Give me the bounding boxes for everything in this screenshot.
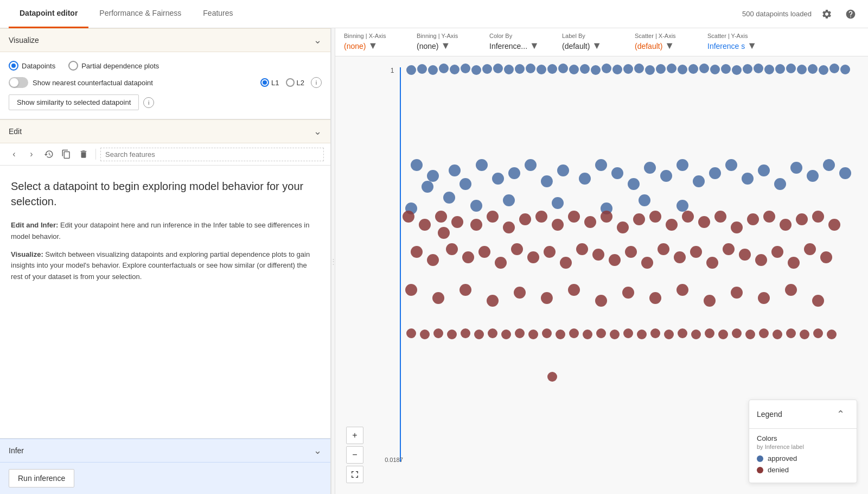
binning-y-control[interactable]: Binning | Y-Axis (none) ▼ [417,33,476,52]
infer-section-header[interactable]: Infer ⌄ [0,439,330,463]
svg-point-68 [774,178,786,190]
svg-point-63 [693,175,705,187]
l-info-icon[interactable]: i [311,77,322,88]
back-icon[interactable]: ‹ [7,147,22,162]
forward-icon[interactable]: › [24,147,39,162]
svg-point-54 [541,175,553,187]
svg-point-3 [406,65,416,75]
visualize-section-header[interactable]: Visualize ⌄ [0,28,330,52]
tab-features[interactable]: Features [192,0,244,28]
resize-handle[interactable]: ⋮ [331,28,335,494]
main-content: Visualize ⌄ Datapoints Partial dependenc… [0,28,868,494]
svg-point-10 [482,64,492,74]
zoom-out-button[interactable]: − [346,446,363,464]
history-icon[interactable] [41,147,56,162]
copy-icon[interactable] [59,147,74,162]
svg-point-136 [432,292,444,304]
svg-point-138 [487,295,499,307]
color-by-control[interactable]: Color By Inference... ▼ [489,33,549,52]
svg-point-95 [617,221,629,233]
legend-panel: Legend ⌃ Colors by Inference label appro… [749,400,857,483]
similarity-info-icon[interactable]: i [143,97,154,108]
svg-point-34 [743,64,752,74]
svg-text:0.0187: 0.0187 [385,457,403,463]
svg-point-39 [797,65,807,74]
svg-point-179 [786,328,796,338]
partial-dependence-radio[interactable]: Partial dependence plots [68,61,159,71]
datapoints-radio[interactable]: Datapoints [9,61,55,71]
svg-point-108 [828,219,840,231]
svg-point-41 [819,65,828,75]
svg-point-75 [470,200,482,212]
settings-icon[interactable] [818,5,835,23]
svg-point-37 [775,64,785,74]
svg-point-162 [556,330,565,339]
scatter-y-value[interactable]: Inference s ▼ [707,40,767,52]
label-by-arrow-icon: ▼ [592,40,602,52]
search-features-input[interactable] [100,148,324,161]
svg-point-6 [439,64,449,73]
edit-infer-title: Edit and Infer: [11,221,58,229]
delete-icon[interactable] [76,147,91,162]
svg-point-176 [745,330,755,339]
similarity-row: Show similarity to selected datapoint i [9,94,322,110]
svg-point-166 [610,330,620,339]
edit-section: Edit ⌄ ‹ › Select a datapoint to be [0,119,330,296]
counterfactual-toggle[interactable] [9,77,28,88]
datapoints-radio-label: Datapoints [22,62,55,70]
color-by-value[interactable]: Inference... ▼ [489,40,549,52]
l1-radio[interactable]: L1 [260,78,279,87]
svg-point-79 [639,194,650,206]
svg-point-45 [411,159,423,171]
scatter-x-control[interactable]: Scatter | X-Axis (default) ▼ [635,33,694,52]
svg-point-172 [691,330,701,339]
svg-point-142 [595,295,607,307]
similarity-button[interactable]: Show similarity to selected datapoint [9,94,139,110]
svg-point-146 [704,295,716,307]
svg-point-25 [645,65,655,75]
visualize-title: Visualize [9,36,39,45]
binning-x-control[interactable]: Binning | X-Axis (none) ▼ [344,33,404,52]
fit-screen-button[interactable] [346,466,363,483]
scatter-y-control[interactable]: Scatter | Y-Axis Inference s ▼ [707,33,767,52]
svg-point-43 [840,65,850,74]
svg-point-71 [823,159,835,171]
binning-y-value[interactable]: (none) ▼ [417,40,476,52]
help-icon[interactable] [842,5,859,23]
legend-denied-dot [757,467,763,473]
svg-point-168 [637,330,647,339]
legend-collapse-icon[interactable]: ⌃ [832,406,849,423]
svg-point-155 [461,328,470,338]
svg-point-147 [731,287,743,299]
zoom-in-button[interactable]: + [346,427,363,444]
svg-point-91 [552,219,564,231]
l2-radio[interactable]: L2 [286,78,304,87]
binning-x-value[interactable]: (none) ▼ [344,40,404,52]
svg-point-105 [780,219,792,231]
svg-point-27 [667,64,676,73]
legend-item-approved: approved [757,454,849,463]
edit-section-header[interactable]: Edit ⌄ [0,119,330,143]
svg-point-36 [764,65,774,74]
run-inference-button[interactable]: Run inference [9,469,74,487]
visualize-para: Visualize: Switch between visualizing da… [11,249,320,283]
svg-point-180 [800,330,809,339]
edit-title: Edit [9,127,22,136]
tab-performance-fairness[interactable]: Performance & Fairness [88,0,192,28]
label-by-control[interactable]: Label By (default) ▼ [562,33,622,52]
svg-point-28 [678,65,687,74]
svg-point-90 [535,211,547,223]
svg-point-158 [501,330,511,339]
scatter-x-value[interactable]: (default) ▼ [635,40,694,52]
svg-point-127 [706,257,718,269]
svg-point-117 [544,246,556,258]
svg-point-65 [725,159,737,171]
color-by-label: Color By [489,33,549,39]
tab-datapoint-editor[interactable]: Datapoint editor [9,0,88,28]
legend-item-denied: denied [757,466,849,474]
svg-point-82 [419,219,431,231]
svg-point-101 [714,211,726,223]
svg-point-181 [813,328,823,338]
label-by-value[interactable]: (default) ▼ [562,40,622,52]
svg-point-38 [786,64,796,73]
